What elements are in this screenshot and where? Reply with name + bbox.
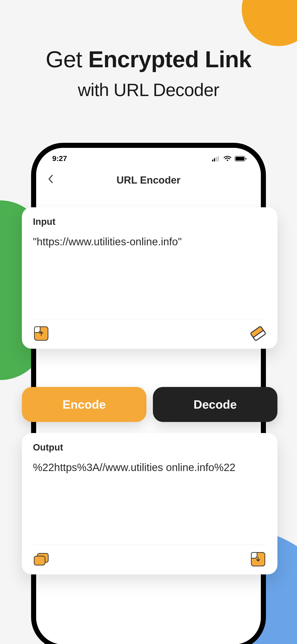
input-card: Input "https://www.utilities-online.info… bbox=[22, 207, 278, 349]
upload-button[interactable] bbox=[33, 325, 50, 342]
divider bbox=[33, 545, 266, 545]
svg-rect-3 bbox=[218, 156, 219, 162]
divider bbox=[33, 319, 266, 319]
app-header: URL Encoder bbox=[36, 165, 261, 190]
wifi-icon bbox=[224, 156, 232, 162]
status-time: 9:27 bbox=[52, 154, 67, 163]
svg-rect-7 bbox=[246, 158, 246, 160]
action-row: Encode Decode bbox=[22, 387, 278, 422]
input-text[interactable]: "https://www.utilities-online.info" bbox=[33, 234, 266, 314]
upload-icon bbox=[34, 326, 48, 341]
page-title: URL Encoder bbox=[48, 174, 249, 186]
output-card: Output %22https%3A//www.utilities online… bbox=[22, 433, 278, 574]
headline-prefix: Get bbox=[46, 46, 88, 72]
eraser-icon bbox=[250, 326, 266, 341]
status-icons bbox=[212, 156, 247, 162]
svg-rect-2 bbox=[216, 157, 217, 162]
download-icon bbox=[251, 552, 265, 566]
output-label: Output bbox=[33, 442, 266, 452]
decorative-orange-circle bbox=[242, 0, 297, 46]
copy-icon bbox=[34, 553, 48, 566]
svg-rect-0 bbox=[212, 160, 213, 162]
erase-button[interactable] bbox=[250, 325, 266, 342]
svg-rect-1 bbox=[214, 158, 215, 162]
battery-icon bbox=[234, 156, 247, 162]
input-label: Input bbox=[33, 216, 266, 227]
encode-button[interactable]: Encode bbox=[22, 387, 146, 422]
download-button[interactable] bbox=[250, 551, 266, 568]
svg-rect-6 bbox=[236, 157, 244, 160]
copy-button[interactable] bbox=[33, 551, 50, 568]
svg-point-4 bbox=[227, 160, 228, 161]
signal-icon bbox=[212, 156, 220, 162]
output-text: %22https%3A//www.utilities online.info%2… bbox=[33, 460, 266, 540]
headline-bold: Encrypted Link bbox=[88, 46, 251, 72]
decode-button[interactable]: Decode bbox=[153, 387, 278, 422]
status-bar: 9:27 bbox=[36, 148, 261, 165]
headline-sub: with URL Decoder bbox=[0, 80, 297, 100]
marketing-headline: Get Encrypted Link with URL Decoder bbox=[0, 46, 297, 100]
